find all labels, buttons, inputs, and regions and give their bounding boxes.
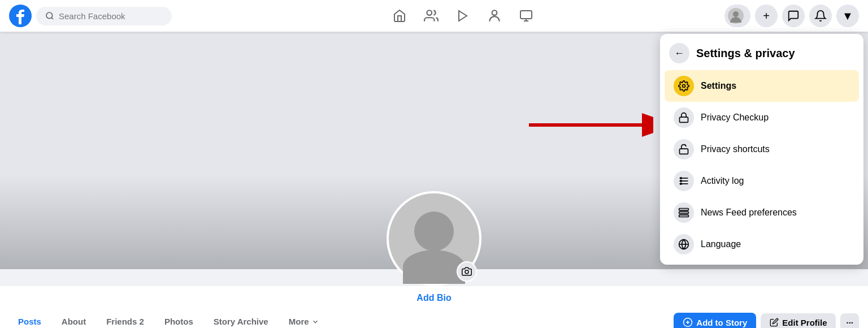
tab-about[interactable]: About <box>53 310 95 328</box>
arrow-right-icon <box>529 111 653 139</box>
language-label: Language <box>701 239 741 249</box>
home-icon <box>393 9 406 23</box>
panel-item-settings[interactable]: Settings <box>665 70 859 102</box>
svg-point-25 <box>680 180 682 182</box>
privacy-shortcuts-icon <box>674 139 694 159</box>
tab-story-archive[interactable]: Story Archive <box>205 310 277 328</box>
friends-count: 2 <box>140 317 144 326</box>
panel-item-privacy-checkup[interactable]: Privacy Checkup <box>665 102 859 133</box>
panel-back-button[interactable]: ← <box>669 43 689 63</box>
profile-actions: Add to Story Edit Profile ··· <box>674 313 859 328</box>
svg-point-24 <box>680 178 682 179</box>
search-bar[interactable] <box>36 7 172 25</box>
svg-point-3 <box>427 10 432 15</box>
tab-friends[interactable]: Friends 2 <box>97 310 153 328</box>
panel-item-activity-log[interactable]: Activity log <box>665 165 859 197</box>
profile-tabs-section: Add Bio Posts About Friends 2 Photos Sto… <box>0 286 868 328</box>
svg-rect-28 <box>679 212 689 213</box>
bell-icon <box>814 10 827 22</box>
svg-rect-6 <box>520 11 532 19</box>
svg-point-14 <box>465 270 468 274</box>
user-profile-button[interactable] <box>724 5 750 27</box>
chevron-down-icon <box>311 318 319 326</box>
settings-menu-button[interactable]: ▼ <box>836 5 859 27</box>
plus-circle-icon <box>683 317 693 327</box>
tab-photos[interactable]: Photos <box>155 310 202 328</box>
tab-posts[interactable]: Posts <box>9 310 50 328</box>
groups-nav-button[interactable] <box>481 2 508 29</box>
avatar-body <box>403 250 465 284</box>
svg-point-5 <box>492 10 497 15</box>
marketplace-icon <box>519 9 533 23</box>
privacy-shortcuts-label: Privacy shortcuts <box>701 144 770 154</box>
tabs-and-actions: Posts About Friends 2 Photos Story Archi… <box>9 308 859 328</box>
profile-avatar-wrapper <box>387 191 481 286</box>
settings-privacy-panel: ← Settings & privacy Settings Privacy Ch… <box>660 34 863 265</box>
svg-rect-27 <box>679 209 689 210</box>
search-input[interactable] <box>59 11 160 21</box>
nav-right: + ▼ <box>724 5 859 27</box>
svg-point-18 <box>683 85 685 88</box>
settings-label: Settings <box>701 81 736 91</box>
panel-item-news-feed[interactable]: News Feed preferences <box>665 197 859 228</box>
home-nav-button[interactable] <box>386 2 413 29</box>
tab-more[interactable]: More <box>280 310 328 328</box>
edit-profile-label: Edit Profile <box>782 318 827 327</box>
avatar-camera-button[interactable] <box>457 261 477 282</box>
more-actions-button[interactable]: ··· <box>840 313 859 329</box>
watch-nav-button[interactable] <box>449 2 476 29</box>
privacy-checkup-icon <box>674 107 694 128</box>
panel-header: ← Settings & privacy <box>660 38 863 70</box>
settings-icon <box>674 76 694 96</box>
add-bio-row[interactable]: Add Bio <box>9 286 859 308</box>
svg-point-26 <box>680 183 682 185</box>
panel-item-language[interactable]: Language <box>665 228 859 260</box>
marketplace-nav-button[interactable] <box>513 2 540 29</box>
panel-title: Settings & privacy <box>696 47 795 60</box>
activity-log-icon <box>674 171 694 191</box>
news-feed-icon <box>674 202 694 223</box>
add-bio-label: Add Bio <box>416 293 451 303</box>
facebook-logo[interactable] <box>9 5 32 27</box>
add-to-story-button[interactable]: Add to Story <box>674 313 756 328</box>
nav-center <box>201 2 724 29</box>
svg-line-2 <box>51 18 53 19</box>
panel-item-privacy-shortcuts[interactable]: Privacy shortcuts <box>665 133 859 165</box>
red-arrow <box>529 111 653 139</box>
search-icon <box>45 11 54 20</box>
activity-log-label: Activity log <box>701 176 744 186</box>
more-actions-label: ··· <box>846 318 853 327</box>
svg-rect-19 <box>680 117 688 122</box>
avatar-head <box>414 212 454 251</box>
language-icon <box>674 234 694 254</box>
camera-small-icon <box>462 266 472 277</box>
profile-tabs: Posts About Friends 2 Photos Story Archi… <box>9 310 328 328</box>
svg-rect-29 <box>679 215 689 217</box>
svg-point-10 <box>733 11 739 17</box>
watch-icon <box>456 9 470 23</box>
navbar: + ▼ <box>0 0 868 32</box>
privacy-checkup-label: Privacy Checkup <box>701 113 769 123</box>
edit-profile-button[interactable]: Edit Profile <box>761 313 836 329</box>
messenger-icon <box>787 10 800 22</box>
add-to-story-label: Add to Story <box>696 318 747 327</box>
messenger-button[interactable] <box>782 5 805 27</box>
user-avatar-icon <box>728 8 744 24</box>
friends-icon <box>424 8 439 23</box>
svg-point-1 <box>46 12 53 19</box>
groups-icon <box>487 8 502 23</box>
nav-left <box>9 5 201 27</box>
svg-rect-20 <box>680 149 688 154</box>
friends-nav-button[interactable] <box>418 2 445 29</box>
new-post-button[interactable]: + <box>755 5 778 27</box>
svg-marker-4 <box>459 11 467 21</box>
profile-avatar <box>387 191 481 286</box>
pencil-icon <box>770 318 779 327</box>
notifications-button[interactable] <box>809 5 832 27</box>
news-feed-preferences-label: News Feed preferences <box>701 208 797 218</box>
